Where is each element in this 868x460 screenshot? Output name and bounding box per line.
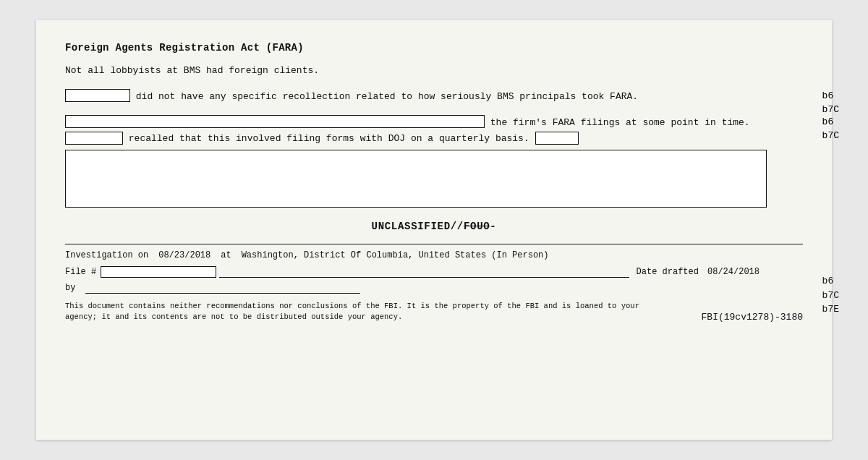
- date-drafted-label: Date drafted: [637, 267, 699, 277]
- redaction-box-2: [65, 115, 485, 128]
- file-line-extension: [219, 266, 629, 278]
- paragraph-3-text-1: the firm's FARA filings at some point in…: [490, 117, 750, 128]
- investigation-location: Washington, District Of Columbia, United…: [242, 250, 549, 260]
- by-label: by: [65, 283, 81, 293]
- code-b7c-footer: b7C: [822, 289, 839, 303]
- section-title: Foreign Agents Registration Act (FARA): [65, 42, 803, 54]
- file-number-field[interactable]: [101, 266, 216, 278]
- paragraph-2-text: did not have any specific recollection r…: [136, 91, 638, 102]
- paragraph-3-text-2: recalled that this involved filing forms…: [129, 133, 529, 144]
- document-container: Foreign Agents Registration Act (FARA) N…: [36, 20, 832, 440]
- classification-dash: -: [490, 221, 496, 232]
- classification-fouo: FOUO: [464, 221, 490, 232]
- code-b7c-2: b7C: [822, 129, 839, 143]
- classification-line: UNCLASSIFIED//FOUO-: [65, 221, 803, 232]
- by-field[interactable]: [85, 282, 360, 294]
- date-drafted-value: 08/24/2018: [707, 267, 760, 277]
- code-b7e-footer: b7E: [822, 302, 839, 317]
- footer-divider: [65, 244, 803, 244]
- margin-codes-2: b6 b7C: [822, 115, 839, 143]
- paragraph-1: Not all lobbyists at BMS had foreign cli…: [65, 64, 803, 79]
- paragraph-3: the firm's FARA filings at some point in…: [65, 115, 803, 147]
- investigation-label: Investigation on: [65, 250, 148, 260]
- code-b6-footer: b6: [822, 274, 839, 289]
- footer-section: Investigation on 08/23/2018 at Washingto…: [65, 244, 803, 322]
- investigation-at: at: [221, 250, 231, 260]
- redaction-box-4: [535, 132, 579, 145]
- redaction-box-3: [65, 132, 123, 145]
- paragraph-2: did not have any specific recollection r…: [65, 89, 803, 105]
- code-b6-1: b6: [822, 89, 839, 103]
- large-redaction-block: [65, 150, 767, 208]
- by-row: by: [65, 282, 803, 294]
- margin-codes-1: b6 b7C: [822, 89, 839, 117]
- investigation-date: 08/23/2018: [158, 250, 210, 260]
- file-row: File # Date drafted 08/24/2018: [65, 266, 803, 278]
- footer-margin-codes: b6 b7C b7E: [822, 274, 839, 317]
- paragraph-3-block: the firm's FARA filings at some point in…: [65, 115, 803, 208]
- redaction-box-1: [65, 89, 130, 102]
- code-b6-2: b6: [822, 115, 839, 129]
- classification-text: UNCLASSIFIED//: [372, 221, 464, 232]
- file-label: File #: [65, 267, 96, 277]
- paragraph-2-block: did not have any specific recollection r…: [65, 89, 803, 105]
- investigation-line: Investigation on 08/23/2018 at Washingto…: [65, 250, 803, 260]
